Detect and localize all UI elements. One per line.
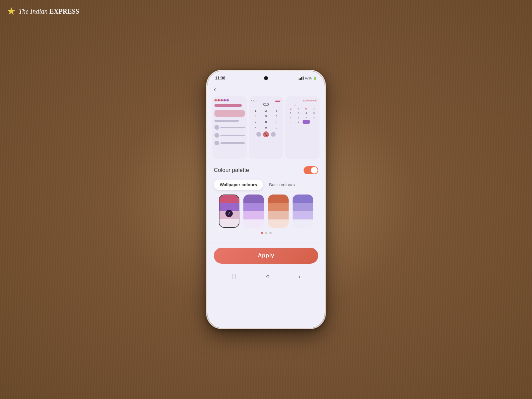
phone-screen-container: 11:38 47% 🔋 [207, 71, 325, 328]
menu-line-2 [275, 101, 280, 102]
status-time: 11:38 [215, 76, 225, 80]
notif-bar-1 [214, 104, 242, 107]
dialer-menu-lines [275, 100, 281, 102]
calculator-preview-card: 235+650+37 ◁ □ △ C n % [285, 96, 320, 159]
back-button[interactable]: ‹ [207, 83, 325, 94]
section-divider [207, 242, 325, 242]
calc-9: 9 [295, 111, 302, 115]
dialer-plus-icon: + Q : [251, 99, 257, 102]
signal-bar-3 [301, 77, 302, 80]
calc-display: 235+650+37 [287, 99, 318, 102]
brand-text: The Indian EXPRESS [19, 8, 79, 15]
swatch-2-color-1 [243, 195, 264, 203]
notif-circle-row-2 [214, 133, 245, 138]
battery-icon: 🔋 [313, 76, 317, 80]
colour-tabs: Wallpaper colours Basic colours [214, 180, 318, 190]
phone-device: 11:38 47% 🔋 [206, 70, 326, 329]
swatch-2[interactable] [243, 195, 264, 228]
calc-1: 1 [295, 116, 302, 119]
calc-c: C [287, 107, 294, 111]
dialer-action-2 [271, 132, 276, 137]
palette-header: Colour palette [214, 166, 318, 174]
calc-op-1: ◁ [287, 103, 289, 106]
swatch-1[interactable] [219, 195, 239, 228]
apply-button[interactable]: Apply [214, 248, 318, 264]
brand-logo: The Indian EXPRESS [7, 7, 79, 16]
dialer-display: 010 [263, 103, 269, 106]
dialer-key-7: 7 [251, 120, 260, 124]
calc-grid: C n % 7 8 9 4 5 6 1 [287, 107, 318, 124]
swatch-1-color-1 [219, 195, 239, 203]
notif-bar-accent [214, 110, 245, 117]
notif-bar-2 [214, 120, 239, 122]
calc-2: 2 [303, 116, 310, 119]
dialer-key-5: 5 [261, 114, 271, 119]
calc-pct: % [303, 107, 310, 111]
recents-nav-icon[interactable]: ||| [231, 274, 237, 279]
brand-icon [7, 7, 16, 16]
tab-basic-colours[interactable]: Basic colours [263, 180, 301, 190]
battery-indicator: 47% [305, 76, 312, 80]
tab-wallpaper-colours[interactable]: Wallpaper colours [214, 180, 263, 190]
phone-screen: 11:38 47% 🔋 [207, 71, 325, 328]
calc-ops-row: ◁ □ △ [287, 103, 318, 106]
dialer-key-8: 8 [261, 120, 271, 124]
calc-7: 7 [311, 107, 318, 111]
palette-toggle[interactable] [304, 166, 318, 174]
apply-button-wrapper: Apply [207, 248, 325, 269]
signal-bar-4 [303, 76, 304, 80]
dialer-key-star: * [251, 125, 260, 130]
notif-avatar-2 [214, 133, 219, 138]
swatch-4-color-4 [293, 219, 313, 228]
dialer-key-4: 4 [251, 114, 260, 119]
dialer-content: + Q : 010 1 2 3 [251, 99, 281, 137]
calc-5: 5 [311, 111, 318, 115]
dialer-key-2: 2 [261, 108, 271, 113]
swatch-1-checkmark [225, 210, 233, 217]
dialer-action-1 [256, 132, 261, 137]
camera-notch [264, 76, 268, 80]
dialer-key-1: 1 [251, 108, 260, 113]
notification-preview-card [212, 96, 247, 159]
dialer-key-0: 0 [261, 125, 271, 130]
notif-circle-1 [214, 99, 217, 101]
swatch-2-color-2 [243, 203, 264, 211]
home-nav-icon[interactable]: ○ [266, 273, 270, 280]
notif-circle-2 [217, 99, 220, 101]
swatch-3-color-2 [268, 203, 289, 211]
notif-bar-4 [220, 135, 245, 136]
dialer-key-3: 3 [272, 108, 281, 113]
swatch-3-color-3 [268, 211, 289, 219]
swatch-3[interactable] [268, 195, 289, 228]
swatch-4-color-3 [293, 211, 313, 219]
swatch-3-color-1 [268, 195, 289, 203]
swatch-1-color-4 [219, 219, 239, 227]
calc-0: 0 [295, 120, 302, 124]
preview-cards-row: + Q : 010 1 2 3 [207, 94, 325, 161]
dot-3 [269, 232, 272, 234]
calc-extra [303, 120, 310, 124]
calculator-content: 235+650+37 ◁ □ △ C n % [287, 99, 318, 124]
calc-6: 6 [287, 116, 294, 119]
calc-op-2: □ [291, 103, 292, 106]
calc-3: 3 [311, 116, 318, 119]
back-nav-icon[interactable]: ‹ [299, 273, 301, 280]
back-arrow-icon[interactable]: ‹ [214, 85, 216, 93]
dialer-top: + Q : [251, 99, 281, 102]
dialer-key-6: 6 [272, 114, 281, 119]
nav-bar: ||| ○ ‹ [207, 269, 325, 284]
signal-bar-1 [299, 78, 300, 80]
call-button: 📞 [263, 131, 269, 137]
dot-2 [265, 232, 267, 234]
notif-bar-5 [220, 142, 245, 144]
phone-frame: 11:38 47% 🔋 [206, 70, 326, 329]
swatch-4-color-2 [293, 203, 313, 211]
swatches-row [214, 195, 318, 228]
swatch-4[interactable] [293, 195, 313, 228]
notif-avatar-3 [214, 141, 219, 145]
signal-bar-2 [300, 78, 301, 80]
calc-4: 4 [303, 111, 310, 115]
pagination-dots [214, 232, 318, 234]
dialer-actions: 📞 [256, 131, 276, 137]
dialer-key-hash: # [272, 125, 281, 130]
